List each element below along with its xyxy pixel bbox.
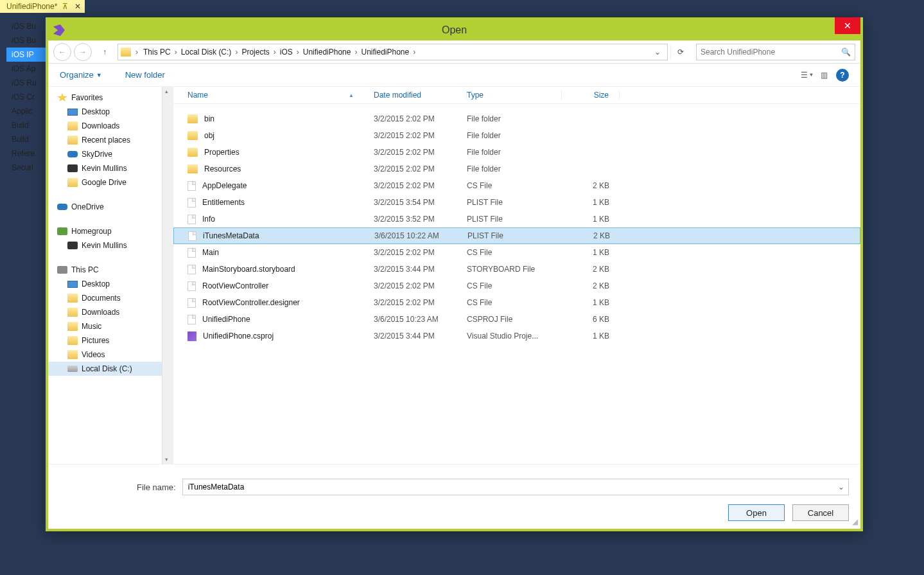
file-row[interactable]: Main3/2/2015 2:02 PMCS File1 KB (173, 244, 860, 261)
back-button[interactable]: ← (53, 43, 71, 61)
file-row[interactable]: iTunesMetaData3/6/2015 10:22 AMPLIST Fil… (173, 227, 860, 244)
close-icon[interactable]: ✕ (74, 2, 81, 11)
tree-item[interactable]: Desktop (48, 105, 173, 119)
file-size: 1 KB (562, 298, 620, 307)
search-box[interactable]: 🔍 (696, 44, 855, 60)
file-date: 3/2/2015 2:02 PM (374, 298, 467, 307)
tree-item-label: Google Drive (82, 178, 126, 187)
tree-item[interactable]: Google Drive (48, 175, 173, 190)
file-row[interactable]: obj3/2/2015 2:02 PMFile folder (173, 127, 860, 144)
breadcrumb-segment[interactable]: Local Disk (C:) (179, 48, 234, 57)
column-date[interactable]: Date modified (374, 91, 467, 100)
column-name[interactable]: Name ▲ (173, 91, 374, 100)
file-row[interactable]: Properties3/2/2015 2:02 PMFile folder (173, 144, 860, 161)
preview-pane-button[interactable]: ▥ (815, 67, 832, 84)
tree-item[interactable]: Recent places (48, 133, 173, 147)
chevron-down-icon[interactable]: ⌄ (838, 482, 844, 491)
file-name: Properties (204, 148, 240, 157)
file-name: Entitlements (202, 198, 245, 207)
file-date: 3/2/2015 3:54 PM (374, 198, 467, 207)
resize-grip[interactable]: ◢ (852, 517, 858, 526)
tree-item[interactable]: Kevin Mullins (48, 238, 173, 252)
folder-icon (187, 148, 198, 157)
file-name: UnifiediPhone.csproj (203, 332, 274, 341)
file-row[interactable]: RootViewController3/2/2015 2:02 PMCS Fil… (173, 278, 860, 294)
tree-item[interactable]: Documents (48, 291, 173, 305)
cancel-button[interactable]: Cancel (792, 504, 849, 521)
file-name: Info (202, 215, 215, 224)
help-button[interactable]: ? (836, 69, 849, 82)
file-list: Name ▲ Date modified Type Size bin3/2/20… (173, 87, 860, 464)
chevron-right-icon[interactable]: › (353, 48, 359, 57)
close-button[interactable]: ✕ (835, 17, 860, 34)
file-date: 3/6/2015 10:23 AM (374, 315, 467, 324)
file-row[interactable]: Resources3/2/2015 2:02 PMFile folder (173, 161, 860, 177)
breadcrumb-segment[interactable]: UnifiediPhone (301, 48, 353, 57)
breadcrumb-segment[interactable]: iOS (278, 48, 295, 57)
star-icon (57, 93, 67, 102)
organize-button[interactable]: Organize ▼ (60, 70, 102, 80)
chevron-right-icon[interactable]: › (173, 48, 179, 57)
breadcrumb-segment[interactable]: Projects (240, 48, 271, 57)
breadcrumb[interactable]: › This PC›Local Disk (C:)›Projects›iOS›U… (118, 44, 668, 60)
tree-item[interactable]: Pictures (48, 333, 173, 348)
user-icon (67, 242, 78, 249)
chevron-right-icon[interactable]: › (295, 48, 301, 57)
chevron-down-icon: ▼ (96, 72, 102, 78)
file-type: STORYBOARD File (467, 265, 562, 274)
tree-item[interactable]: Music (48, 319, 173, 333)
forward-button[interactable]: → (74, 43, 92, 61)
breadcrumb-segment[interactable]: UnifiediPhone (359, 48, 411, 57)
file-row[interactable]: MainStoryboard.storyboard3/2/2015 3:44 P… (173, 261, 860, 278)
chevron-right-icon[interactable]: › (272, 48, 278, 57)
tree-item[interactable]: Local Disk (C:) (48, 362, 173, 376)
scrollbar[interactable] (162, 87, 173, 464)
file-row[interactable]: AppDelegate3/2/2015 2:02 PMCS File2 KB (173, 177, 860, 194)
file-row[interactable]: Info3/2/2015 3:52 PMPLIST File1 KB (173, 211, 860, 227)
screen-icon (67, 109, 78, 116)
column-size[interactable]: Size (562, 91, 620, 100)
view-button[interactable]: ☰ ▼ (799, 67, 815, 84)
tree-item[interactable]: Videos (48, 348, 173, 362)
document-tab[interactable]: UnifiediPhone* ⊼ ✕ (0, 0, 85, 13)
file-name: RootViewController.designer (202, 298, 300, 307)
tree-item[interactable]: Downloads (48, 119, 173, 133)
file-row[interactable]: Entitlements3/2/2015 3:54 PMPLIST File1 … (173, 194, 860, 211)
folder-icon (67, 336, 78, 345)
file-row[interactable]: bin3/2/2015 2:02 PMFile folder (173, 111, 860, 127)
tree-item-label: Local Disk (C:) (82, 364, 132, 373)
tree-item[interactable]: This PC (48, 263, 173, 277)
chevron-right-icon[interactable]: › (411, 48, 417, 57)
tree-item[interactable]: OneDrive (48, 200, 173, 214)
chevron-right-icon[interactable]: › (233, 48, 240, 57)
column-type[interactable]: Type (467, 91, 562, 100)
file-name: iTunesMetaData (203, 231, 259, 240)
tree-item-label: Favorites (71, 93, 103, 102)
pin-icon[interactable]: ⊼ (62, 2, 68, 11)
breadcrumb-segment[interactable]: This PC (141, 48, 173, 57)
file-type: PLIST File (467, 215, 562, 224)
tree-item-label: Desktop (82, 107, 110, 116)
file-name: RootViewController (202, 281, 268, 290)
file-size: 2 KB (562, 231, 620, 240)
new-folder-button[interactable]: New folder (125, 70, 165, 80)
tree-item[interactable]: Downloads (48, 305, 173, 319)
file-row[interactable]: UnifiediPhone3/6/2015 10:23 AMCSPROJ Fil… (173, 311, 860, 328)
tree-item[interactable]: Desktop (48, 277, 173, 291)
tree-item[interactable]: SkyDrive (48, 147, 173, 161)
chevron-down-icon[interactable]: ⌄ (650, 48, 665, 57)
folder-icon (67, 308, 78, 317)
tree-item[interactable]: Favorites (48, 91, 173, 105)
search-input[interactable] (701, 48, 841, 57)
refresh-button[interactable]: ⟳ (670, 44, 690, 60)
file-row[interactable]: RootViewController.designer3/2/2015 2:02… (173, 294, 860, 311)
open-button[interactable]: Open (728, 504, 785, 521)
filename-combo[interactable]: iTunesMetaData ⌄ (182, 479, 849, 495)
file-type: File folder (467, 164, 562, 173)
tree-item[interactable]: Homegroup (48, 224, 173, 238)
file-row[interactable]: UnifiediPhone.csproj3/2/2015 3:44 PMVisu… (173, 328, 860, 344)
chevron-right-icon[interactable]: › (134, 48, 140, 57)
up-button[interactable]: ↑ (98, 43, 111, 61)
tree-item[interactable]: Kevin Mullins (48, 161, 173, 175)
home-icon (57, 227, 67, 235)
